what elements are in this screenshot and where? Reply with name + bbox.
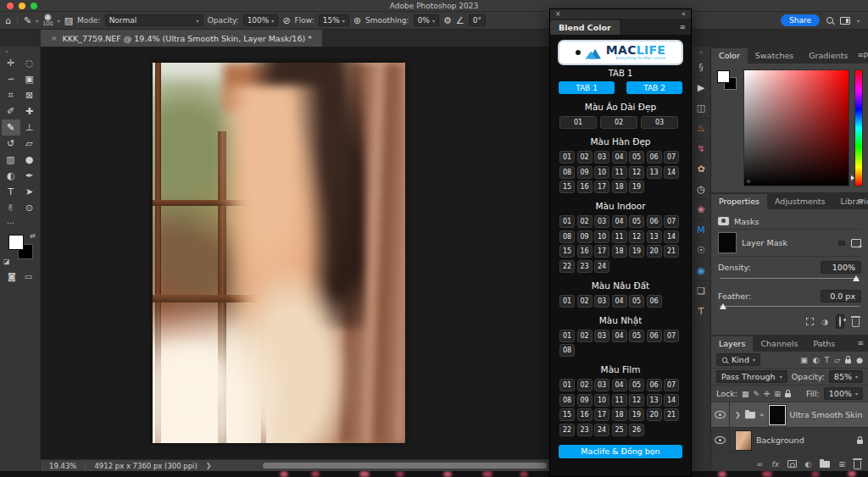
preset-button-16[interactable]: 16: [577, 180, 593, 193]
preset-button-02[interactable]: 02: [577, 379, 593, 391]
preset-button-07[interactable]: 07: [664, 379, 679, 391]
layer-blend-mode-select[interactable]: Pass Through ▾: [716, 370, 787, 383]
preset-button-17[interactable]: 17: [594, 408, 609, 421]
delete-layer-icon[interactable]: [854, 461, 861, 469]
preset-button-16[interactable]: 16: [577, 245, 593, 258]
preset-button-22[interactable]: 22: [559, 424, 575, 436]
select-mask-button[interactable]: [838, 241, 845, 246]
preset-button-05[interactable]: 05: [629, 330, 644, 342]
preset-button-06[interactable]: 06: [647, 151, 662, 164]
preset-button-02[interactable]: 02: [577, 295, 593, 308]
filter-image-icon[interactable]: ▣: [800, 356, 808, 364]
webcam-plugin-icon[interactable]: ☉: [693, 241, 710, 261]
chevron-down-icon[interactable]: ▾: [857, 18, 860, 24]
new-adjustment-layer-icon[interactable]: ◐: [805, 460, 812, 469]
expand-group-icon[interactable]: ❯: [735, 411, 741, 419]
wand-plugin-icon[interactable]: Ƭ: [693, 302, 710, 322]
status-chevron-icon[interactable]: ❯: [206, 462, 212, 469]
preset-button-26[interactable]: 26: [629, 424, 644, 436]
group-mask-thumbnail[interactable]: [769, 405, 786, 425]
layer-name[interactable]: Ultra Smooth Skin: [790, 410, 863, 419]
scripts-plugin-icon[interactable]: §: [693, 58, 710, 78]
preset-button-24[interactable]: 24: [594, 424, 609, 436]
preset-button-22[interactable]: 22: [559, 260, 575, 273]
tab2-button[interactable]: TAB 2: [626, 81, 682, 94]
add-vector-mask-icon[interactable]: [851, 239, 861, 247]
preset-button-17[interactable]: 17: [594, 180, 609, 193]
lock-position-icon[interactable]: ✛: [764, 390, 771, 398]
filter-shape-icon[interactable]: ▱: [834, 356, 840, 364]
preset-button-02[interactable]: 02: [577, 330, 593, 342]
blend-color-tab[interactable]: Blend Color: [550, 20, 620, 35]
density-slider[interactable]: [720, 275, 860, 283]
preset-button-19[interactable]: 19: [629, 180, 644, 193]
tab-adjustments[interactable]: Adjustments: [767, 194, 833, 209]
chevron-down-icon[interactable]: ▾: [36, 18, 38, 24]
load-selection-icon[interactable]: [806, 318, 814, 325]
preset-button-15[interactable]: 15: [559, 180, 575, 193]
preset-button-12[interactable]: 12: [629, 230, 644, 243]
marquee-tool[interactable]: ◌: [20, 55, 39, 71]
preset-button-06[interactable]: 06: [647, 379, 662, 391]
dodge-tool[interactable]: ◐: [2, 168, 20, 184]
actions-play-icon[interactable]: ▶: [693, 78, 710, 98]
preset-button-13[interactable]: 13: [647, 166, 662, 179]
preset-button-03[interactable]: 03: [594, 151, 609, 164]
home-icon[interactable]: ⌂: [5, 16, 11, 25]
quick-mask-mode-icon[interactable]: ◙: [8, 272, 16, 281]
document-tab[interactable]: × KKK_7759.NEF @ 19.4% (Ultra Smooth Ski…: [41, 30, 322, 47]
layer-visibility-toggle[interactable]: [711, 402, 730, 427]
mask-visibility-button[interactable]: [836, 314, 844, 329]
preset-button-03[interactable]: 03: [594, 330, 609, 342]
hand-tool[interactable]: ✌: [2, 200, 20, 216]
preset-button-01[interactable]: 01: [559, 330, 575, 342]
density-value-field[interactable]: 100%: [821, 261, 861, 274]
preset-button-07[interactable]: 07: [664, 215, 679, 228]
preset-button-03[interactable]: 03: [641, 116, 678, 129]
layer-thumbnail[interactable]: [735, 430, 752, 451]
preset-button-11[interactable]: 11: [612, 166, 627, 179]
path-selection-tool[interactable]: ➤: [20, 184, 39, 200]
brush-tool-icon[interactable]: ✎: [24, 16, 31, 25]
layer-opacity-field[interactable]: 85% ▾: [829, 370, 863, 383]
close-panel-icon[interactable]: ×: [555, 10, 561, 18]
clone-stamp-tool[interactable]: ⊥: [20, 119, 39, 136]
tab-color[interactable]: Color: [711, 48, 748, 64]
blur-tool[interactable]: ●: [20, 152, 39, 168]
preset-button-03[interactable]: 03: [594, 379, 609, 391]
preset-button-18[interactable]: 18: [612, 408, 627, 421]
zoom-tool[interactable]: ⊙: [20, 200, 39, 216]
maclife-footer-button[interactable]: Maclife & Đồng bọn: [559, 445, 682, 458]
share-button[interactable]: Share: [781, 14, 820, 26]
preset-button-11[interactable]: 11: [612, 394, 627, 407]
density-slider-thumb[interactable]: [853, 275, 860, 281]
workspace-switcher-icon[interactable]: [840, 17, 850, 25]
filter-toggle-icon[interactable]: ●: [856, 356, 863, 364]
preset-button-09[interactable]: 09: [577, 230, 593, 243]
layer-style-icon[interactable]: fx: [771, 460, 779, 469]
preset-button-20[interactable]: 20: [647, 408, 662, 421]
preset-button-18[interactable]: 18: [612, 245, 627, 258]
gear-icon[interactable]: ⚙: [443, 16, 452, 25]
tab-layers[interactable]: Layers: [711, 336, 753, 352]
preset-button-16[interactable]: 16: [577, 408, 593, 421]
opacity-field[interactable]: 100% ▾: [243, 14, 279, 26]
preset-button-20[interactable]: 20: [647, 245, 662, 258]
filter-adjustment-icon[interactable]: ◐: [813, 356, 820, 364]
preset-button-14[interactable]: 14: [664, 394, 679, 407]
photo-document[interactable]: [153, 63, 405, 443]
brush-settings-panel-icon[interactable]: ▨: [64, 16, 73, 25]
search-icon[interactable]: [826, 17, 833, 24]
preset-button-12[interactable]: 12: [629, 166, 644, 179]
panel-menu-icon[interactable]: ≡: [857, 197, 864, 205]
history-brush-tool[interactable]: ↺: [2, 136, 20, 152]
object-selection-tool[interactable]: ▣: [20, 71, 39, 87]
crop-tool[interactable]: ⌗: [2, 87, 20, 103]
preset-button-24[interactable]: 24: [594, 260, 609, 273]
edit-toolbar-icon[interactable]: ⋯: [7, 219, 14, 227]
flow-field[interactable]: 15% ▾: [319, 14, 349, 26]
mountain-badge-plugin-icon[interactable]: ◉: [693, 261, 710, 281]
feather-slider[interactable]: [720, 302, 860, 311]
lock-artboard-icon[interactable]: ⊞: [774, 390, 781, 398]
lasso-tool[interactable]: ∽: [2, 71, 20, 87]
